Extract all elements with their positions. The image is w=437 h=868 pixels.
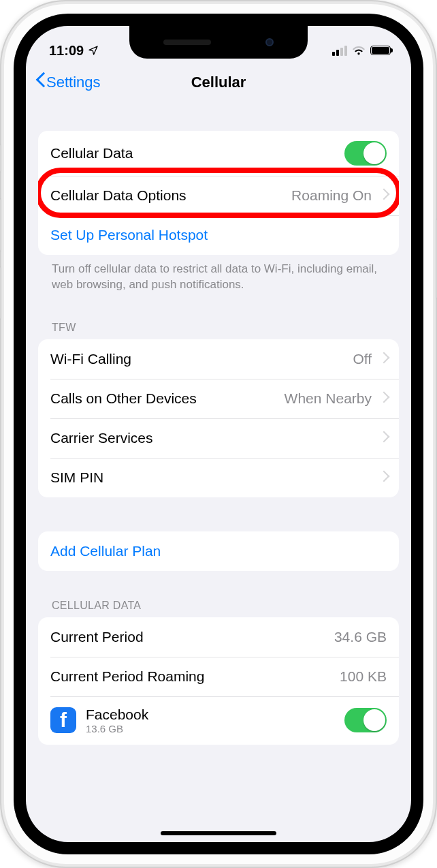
wifi-icon	[352, 46, 366, 56]
chevron-right-icon	[380, 472, 387, 483]
group-cellular-footer: Turn off cellular data to restrict all d…	[38, 255, 399, 312]
cellular-options-value: Roaming On	[291, 187, 372, 204]
wifi-calling-value: Off	[353, 351, 372, 367]
group-tfw: Wi-Fi Calling Off Calls on Other Devices…	[38, 339, 399, 497]
facebook-app-icon: f	[50, 707, 76, 733]
cellular-signal-icon	[332, 46, 347, 56]
cellular-data-toggle[interactable]	[344, 141, 387, 166]
mute-switch	[0, 143, 1, 173]
app-name: Facebook	[86, 707, 344, 723]
row-cellular-data-options[interactable]: Cellular Data Options Roaming On	[38, 176, 399, 215]
row-wifi-calling[interactable]: Wi-Fi Calling Off	[38, 339, 399, 379]
app-facebook-toggle[interactable]	[344, 708, 387, 732]
status-time: 11:09	[49, 43, 84, 59]
device-bezel: 11:09	[14, 14, 423, 854]
chevron-right-icon	[380, 190, 387, 201]
nav-bar: Settings Cellular	[26, 63, 411, 102]
row-current-period[interactable]: Current Period 34.6 GB	[38, 617, 399, 657]
volume-up-button	[0, 198, 1, 252]
row-current-period-roaming[interactable]: Current Period Roaming 100 KB	[38, 657, 399, 696]
row-calls-other-devices[interactable]: Calls on Other Devices When Nearby	[38, 379, 399, 418]
hotspot-label: Set Up Personal Hotspot	[50, 227, 387, 243]
row-personal-hotspot[interactable]: Set Up Personal Hotspot	[38, 215, 399, 255]
back-button[interactable]: Settings	[35, 74, 101, 91]
current-period-label: Current Period	[50, 629, 334, 645]
calls-other-value: When Nearby	[285, 390, 372, 407]
chevron-left-icon	[35, 74, 45, 91]
status-right	[332, 46, 393, 56]
row-cellular-data[interactable]: Cellular Data	[38, 131, 399, 176]
group-add-plan: Add Cellular Plan	[38, 531, 399, 571]
chevron-right-icon	[380, 433, 387, 444]
status-left: 11:09	[44, 43, 99, 59]
row-sim-pin[interactable]: SIM PIN	[38, 458, 399, 497]
chevron-right-icon	[380, 354, 387, 365]
row-app-facebook[interactable]: f Facebook 13.6 GB	[38, 696, 399, 745]
group-tfw-header: TFW	[38, 312, 399, 339]
calls-other-label: Calls on Other Devices	[50, 390, 285, 407]
chevron-right-icon	[380, 393, 387, 404]
screen: 11:09	[26, 26, 411, 842]
sim-pin-label: SIM PIN	[50, 469, 372, 486]
app-info: Facebook 13.6 GB	[86, 707, 344, 734]
device-frame: 11:09	[0, 0, 437, 868]
roaming-label: Current Period Roaming	[50, 668, 340, 685]
speaker-grille	[163, 40, 211, 45]
group-cellular: Cellular Data Cellular Data Options Roam…	[38, 131, 399, 255]
location-icon	[88, 45, 99, 56]
cellular-data-label: Cellular Data	[50, 145, 344, 161]
roaming-value: 100 KB	[340, 668, 387, 685]
row-carrier-services[interactable]: Carrier Services	[38, 418, 399, 458]
carrier-services-label: Carrier Services	[50, 430, 372, 446]
volume-down-button	[0, 266, 1, 320]
current-period-value: 34.6 GB	[334, 629, 387, 645]
battery-icon	[370, 46, 391, 55]
back-label: Settings	[46, 74, 101, 91]
wifi-calling-label: Wi-Fi Calling	[50, 351, 353, 367]
page-title: Cellular	[191, 74, 246, 91]
cellular-options-label: Cellular Data Options	[50, 187, 291, 204]
group-usage-header: CELLULAR DATA	[38, 571, 399, 617]
add-plan-label: Add Cellular Plan	[50, 543, 387, 559]
group-usage: Current Period 34.6 GB Current Period Ro…	[38, 617, 399, 745]
content-scroll[interactable]: Cellular Data Cellular Data Options Roam…	[26, 102, 411, 842]
app-usage: 13.6 GB	[86, 723, 344, 734]
front-camera	[265, 38, 274, 46]
home-indicator[interactable]	[161, 831, 276, 835]
notch	[129, 26, 308, 59]
row-add-cellular-plan[interactable]: Add Cellular Plan	[38, 531, 399, 571]
